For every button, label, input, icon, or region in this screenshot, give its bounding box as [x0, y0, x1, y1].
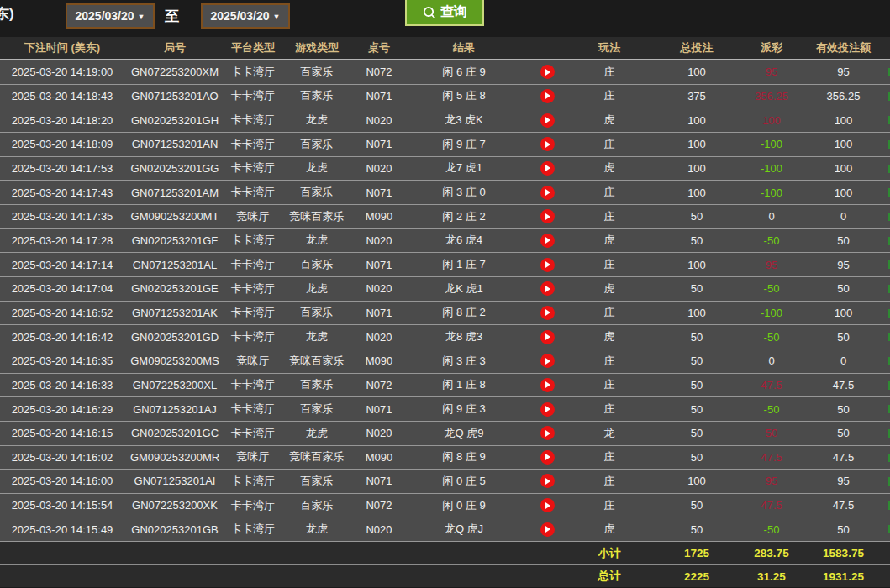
chevron-down-icon: ▼	[273, 13, 281, 21]
play-video-icon[interactable]	[540, 137, 555, 151]
game-type-cell: 百家乐	[281, 60, 353, 84]
play-type-cell: 虎	[571, 517, 647, 541]
valid-bet-cell: 47.5	[797, 374, 890, 397]
round-id-cell: GN020253201GE	[124, 277, 225, 301]
play-type-cell: 庄	[571, 133, 647, 156]
valid-bet-cell: 50	[797, 517, 890, 541]
play-type-cell: 虎	[571, 229, 647, 253]
search-icon	[422, 5, 437, 20]
bet-time-cell: 2025-03-20 14:17:14	[0, 253, 124, 276]
play-video-icon[interactable]	[540, 522, 555, 537]
play-video-icon[interactable]	[540, 65, 555, 79]
header-result: 结果	[405, 37, 523, 59]
play-video-icon[interactable]	[540, 330, 555, 344]
play-cell	[523, 157, 571, 181]
valid-bet-cell: 100	[797, 181, 890, 204]
total-bet-cell: 50	[647, 277, 746, 301]
bet-time-cell: 2025-03-20 14:18:43	[0, 85, 124, 108]
table-row: 2025-03-20 14:15:54 GN072253200XK 卡卡湾厅 百…	[0, 493, 890, 517]
total-bet-cell: 100	[647, 181, 746, 204]
table-number-cell: N071	[353, 302, 405, 325]
table-number-cell: N071	[353, 397, 405, 421]
bet-time-cell: 2025-03-20 14:16:42	[0, 325, 124, 349]
payout-cell: 47.5	[746, 494, 797, 517]
table-number-cell: N072	[353, 374, 405, 397]
table-row: 2025-03-20 14:16:35 GM090253200MS 竞咪厅 竞咪…	[0, 349, 890, 373]
play-video-icon[interactable]	[540, 209, 555, 223]
platform-cell: 卡卡湾厅	[225, 397, 281, 421]
table-number-cell: N071	[353, 253, 405, 276]
date-to-value: 2025/03/20	[211, 9, 270, 23]
play-triangle-icon	[545, 117, 550, 123]
table-row: 2025-03-20 14:18:43 GN071253201AO 卡卡湾厅 百…	[0, 84, 890, 108]
play-video-icon[interactable]	[540, 89, 555, 103]
platform-cell: 卡卡湾厅	[225, 277, 281, 301]
play-cell	[523, 325, 571, 349]
payout-cell: 95	[746, 470, 797, 493]
play-triangle-icon	[545, 165, 550, 171]
result-cell: 龙7 虎1	[405, 157, 523, 181]
play-triangle-icon	[545, 358, 550, 365]
play-cell	[523, 60, 571, 84]
play-video-icon[interactable]	[540, 402, 555, 417]
subtotal-total-bet: 1725	[647, 542, 746, 564]
valid-bet-cell: 0	[797, 349, 890, 373]
result-cell: 闲 8 庄 9	[405, 446, 523, 470]
table-header: 下注时间 (美东) 局号 平台类型 游戏类型 桌号 结果 玩法 总投注 派彩 有…	[0, 37, 890, 60]
play-video-icon[interactable]	[540, 281, 555, 296]
play-video-icon[interactable]	[540, 474, 555, 488]
table-number-cell: N071	[353, 470, 405, 493]
payout-cell: -100	[746, 133, 797, 156]
table-number-cell: N020	[353, 108, 405, 132]
bet-time-cell: 2025-03-20 14:15:54	[0, 494, 124, 517]
result-cell: 龙K 虎1	[405, 277, 523, 301]
play-triangle-icon	[545, 430, 550, 437]
play-video-icon[interactable]	[540, 161, 555, 176]
bet-time-cell: 2025-03-20 14:16:29	[0, 397, 124, 421]
play-video-icon[interactable]	[540, 258, 555, 272]
play-triangle-icon	[545, 189, 550, 196]
total-bet-cell: 50	[647, 325, 746, 349]
table-row: 2025-03-20 14:17:04 GN020253201GE 卡卡湾厅 龙…	[0, 276, 890, 301]
bet-time-cell: 2025-03-20 14:16:15	[0, 422, 124, 445]
round-id-cell: GN020253201GD	[124, 325, 225, 349]
bet-time-cell: 2025-03-20 14:17:35	[0, 205, 124, 228]
round-id-cell: GN071253201AN	[124, 133, 225, 156]
payout-cell: -50	[746, 277, 797, 301]
play-triangle-icon	[545, 406, 550, 412]
play-video-icon[interactable]	[540, 186, 555, 200]
date-to-picker[interactable]: 2025/03/20 ▼	[201, 3, 290, 29]
total-bet-cell: 50	[647, 205, 746, 228]
header-table-no: 桌号	[353, 37, 405, 59]
result-cell: 闲 1 庄 7	[405, 253, 523, 276]
play-video-icon[interactable]	[540, 450, 555, 465]
total-bet-cell: 50	[647, 422, 746, 445]
query-button[interactable]: 查询	[405, 0, 484, 26]
date-from-picker[interactable]: 2025/03/20 ▼	[66, 3, 155, 29]
table-row: 2025-03-20 14:16:29 GN071253201AJ 卡卡湾厅 百…	[0, 396, 890, 421]
play-video-icon[interactable]	[540, 113, 555, 128]
play-triangle-icon	[545, 381, 550, 388]
play-triangle-icon	[545, 237, 550, 244]
table-body: 2025-03-20 14:19:00 GN072253200XM 卡卡湾厅 百…	[0, 60, 890, 541]
platform-cell: 卡卡湾厅	[225, 494, 281, 517]
play-type-cell: 虎	[571, 277, 647, 301]
play-video-icon[interactable]	[540, 378, 555, 392]
play-cell	[523, 349, 571, 373]
header-platform: 平台类型	[225, 37, 281, 59]
play-type-cell: 庄	[571, 85, 647, 108]
total-bet-cell: 50	[647, 494, 746, 517]
game-type-cell: 百家乐	[281, 181, 353, 204]
play-video-icon[interactable]	[540, 498, 555, 512]
play-video-icon[interactable]	[540, 306, 555, 320]
play-video-icon[interactable]	[540, 426, 555, 440]
play-triangle-icon	[545, 213, 550, 220]
result-cell: 龙6 虎4	[405, 229, 523, 253]
play-triangle-icon	[545, 69, 550, 76]
play-video-icon[interactable]	[540, 234, 555, 248]
play-type-cell: 庄	[571, 60, 647, 84]
table-row: 2025-03-20 14:17:28 GN020253201GF 卡卡湾厅 龙…	[0, 228, 890, 253]
play-video-icon[interactable]	[540, 354, 555, 368]
betting-records-screen: 东) 2025/03/20 ▼ 至 2025/03/20 ▼ 查询 下注时间 (…	[0, 0, 890, 588]
round-id-cell: GN020253201GF	[124, 229, 225, 253]
